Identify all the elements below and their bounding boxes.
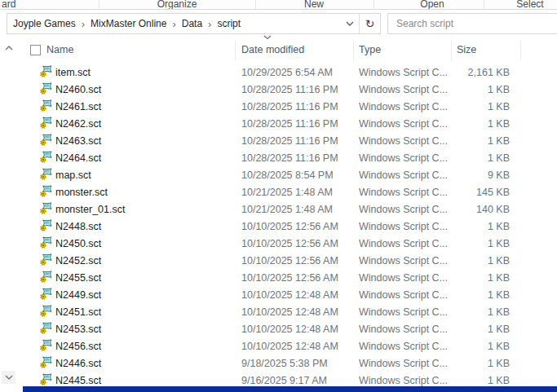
file-size: 1 KB: [400, 324, 510, 335]
ribbon-group-new-label: New: [304, 0, 324, 10]
file-date-modified: 10/10/2025 12:48 AM: [241, 324, 338, 335]
file-date-modified: 10/10/2025 12:56 AM: [241, 221, 338, 232]
file-size: 140 KB: [400, 204, 510, 215]
address-dropdown-button[interactable]: [341, 14, 359, 33]
script-component-icon: [39, 339, 52, 352]
file-date-modified: 10/10/2025 12:48 AM: [241, 341, 338, 352]
column-header-name[interactable]: Name: [46, 44, 73, 55]
file-row[interactable]: N2453.sct 10/10/2025 12:48 AM Windows Sc…: [23, 320, 557, 337]
column-separator[interactable]: [353, 41, 354, 60]
file-name: map.sct: [55, 170, 91, 181]
script-component-icon: [39, 117, 52, 130]
script-component-icon: [39, 82, 52, 95]
file-row[interactable]: N2451.sct 10/10/2025 12:48 AM Windows Sc…: [23, 303, 557, 320]
file-row[interactable]: N2461.sct 10/28/2025 11:16 PM Windows Sc…: [23, 98, 557, 115]
ribbon-group-select-label: Select: [516, 0, 543, 10]
ribbon-group-separator: [99, 0, 99, 9]
file-row[interactable]: N2448.sct 10/10/2025 12:56 AM Windows Sc…: [23, 218, 557, 235]
file-date-modified: 10/10/2025 12:56 AM: [241, 238, 338, 249]
file-size: 1 KB: [400, 238, 510, 249]
file-row[interactable]: N2449.sct 10/10/2025 12:48 AM Windows Sc…: [23, 286, 557, 303]
file-date-modified: 10/28/2025 8:54 PM: [241, 170, 334, 181]
column-separator[interactable]: [451, 41, 452, 60]
file-row[interactable]: monster.sct 10/21/2025 1:48 AM Windows S…: [23, 183, 557, 200]
file-row[interactable]: N2452.sct 10/10/2025 12:56 AM Windows Sc…: [23, 252, 557, 269]
file-row[interactable]: N2446.sct 9/18/2025 5:38 PM Windows Scri…: [23, 355, 557, 372]
file-row[interactable]: N2463.sct 10/28/2025 11:16 PM Windows Sc…: [23, 132, 557, 149]
column-header-row: Name Date modified Type Size: [23, 39, 557, 64]
file-row[interactable]: monster_01.sct 10/21/2025 1:48 AM Window…: [23, 200, 557, 218]
nav-scroll-up-button[interactable]: [2, 42, 15, 55]
column-separator[interactable]: [520, 41, 521, 60]
breadcrumb-item[interactable]: script: [217, 18, 241, 29]
file-size: 1 KB: [400, 101, 510, 112]
script-component-icon: [39, 253, 52, 266]
file-name: N2456.sct: [55, 341, 101, 352]
file-date-modified: 10/10/2025 12:56 AM: [241, 255, 338, 266]
ribbon-group-separator: [255, 0, 256, 9]
file-name: N2452.sct: [55, 255, 101, 266]
file-size: 1 KB: [400, 221, 510, 232]
file-row[interactable]: N2450.sct 10/10/2025 12:56 AM Windows Sc…: [23, 235, 557, 252]
file-row[interactable]: item.sct 10/29/2025 6:54 AM Windows Scri…: [23, 64, 557, 81]
file-size: 2,161 KB: [400, 67, 510, 78]
file-date-modified: 10/10/2025 12:56 AM: [241, 272, 338, 284]
file-name: N2461.sct: [55, 101, 101, 112]
file-date-modified: 10/10/2025 12:48 AM: [241, 306, 338, 318]
file-name: N2464.sct: [55, 152, 101, 164]
breadcrumb-chevron-icon[interactable]: ›: [208, 19, 211, 29]
script-component-icon: [39, 185, 52, 198]
breadcrumb-item[interactable]: Data: [182, 18, 202, 29]
file-name: N2450.sct: [55, 238, 101, 249]
script-component-icon: [39, 356, 52, 369]
file-date-modified: 9/16/2025 9:17 AM: [241, 375, 327, 386]
column-separator[interactable]: [235, 41, 236, 60]
file-name: monster.sct: [55, 187, 108, 198]
ribbon-group-separator: [374, 0, 374, 9]
column-header-size[interactable]: Size: [457, 44, 476, 55]
script-component-icon: [39, 288, 52, 301]
breadcrumb-item[interactable]: Joyple Games: [13, 18, 76, 29]
file-row[interactable]: N2462.sct 10/28/2025 11:16 PM Windows Sc…: [23, 115, 557, 132]
file-size: 145 KB: [400, 187, 510, 198]
ribbon-group-separator: [484, 0, 484, 9]
select-all-checkbox[interactable]: [30, 45, 41, 55]
search-input[interactable]: [388, 14, 557, 33]
file-size: 1 KB: [400, 255, 510, 266]
file-date-modified: 10/28/2025 11:16 PM: [241, 118, 338, 130]
file-name: N2453.sct: [55, 324, 101, 335]
file-date-modified: 10/21/2025 1:48 AM: [241, 204, 333, 215]
column-header-date-modified[interactable]: Date modified: [241, 44, 304, 55]
file-row[interactable]: N2464.sct 10/28/2025 11:16 PM Windows Sc…: [23, 149, 557, 166]
breadcrumb-chevron-icon[interactable]: ›: [172, 19, 175, 29]
file-size: 1 KB: [400, 118, 510, 130]
file-row[interactable]: N2456.sct 10/10/2025 12:48 AM Windows Sc…: [23, 337, 557, 355]
file-row[interactable]: map.sct 10/28/2025 8:54 PM Windows Scrip…: [23, 166, 557, 183]
script-component-icon: [39, 305, 52, 318]
script-component-icon: [39, 99, 52, 112]
search-box[interactable]: [387, 13, 557, 34]
script-component-icon: [39, 202, 52, 215]
refresh-button[interactable]: ↻: [359, 14, 380, 33]
breadcrumb-chevron-icon[interactable]: ›: [82, 19, 85, 29]
breadcrumb-item[interactable]: MixMaster Online: [91, 18, 166, 29]
column-header-type[interactable]: Type: [359, 44, 381, 55]
address-bar[interactable]: Joyple Games›MixMaster Online›Data›scrip…: [7, 13, 381, 34]
ribbon-strip: ard Organize New Open Select: [0, 0, 557, 10]
file-row[interactable]: N2460.sct 10/28/2025 11:16 PM Windows Sc…: [23, 81, 557, 98]
file-name: N2460.sct: [55, 84, 101, 95]
file-name: N2449.sct: [55, 289, 101, 301]
script-component-icon: [39, 373, 52, 386]
file-name: item.sct: [55, 67, 91, 78]
chevron-down-icon: [5, 375, 13, 380]
file-date-modified: 10/28/2025 11:16 PM: [241, 135, 338, 147]
file-size: 1 KB: [400, 84, 510, 95]
file-name: N2446.sct: [55, 358, 101, 369]
file-row[interactable]: N2455.sct 10/10/2025 12:56 AM Windows Sc…: [23, 269, 557, 286]
nav-scroll-down-button[interactable]: [2, 371, 15, 384]
refresh-icon: ↻: [365, 17, 375, 30]
ribbon-group-open-label: Open: [420, 0, 444, 10]
file-size: 1 KB: [400, 341, 510, 352]
script-component-icon: [39, 65, 52, 78]
file-date-modified: 10/29/2025 6:54 AM: [241, 67, 333, 78]
